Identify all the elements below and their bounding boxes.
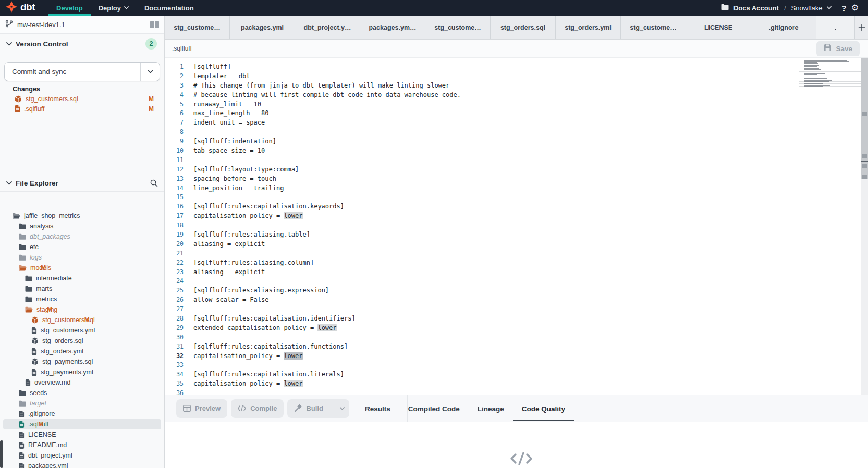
- tree-item-stg-customers-yml[interactable]: stg_customers.yml: [0, 325, 164, 336]
- preview-button[interactable]: Preview: [176, 399, 227, 418]
- code-line[interactable]: 24: [165, 276, 868, 286]
- tree-item--sqlfluff[interactable]: .sqlfluffM: [0, 419, 164, 429]
- code-line[interactable]: 17capitalisation_policy = lower: [165, 211, 868, 220]
- file-tab[interactable]: stg_custome…: [165, 16, 230, 39]
- tab-code-quality[interactable]: Code Quality: [522, 395, 565, 422]
- change-item[interactable]: stg_customers.sqlM: [0, 94, 164, 104]
- tab-compiled-code[interactable]: Compiled Code: [408, 395, 460, 422]
- tree-item-overview-md[interactable]: overview.md: [0, 377, 164, 388]
- file-tab[interactable]: LICENSE: [686, 16, 751, 39]
- file-tab[interactable]: stg_custome…: [425, 16, 491, 39]
- code-line[interactable]: 27: [165, 304, 868, 314]
- connection-selector[interactable]: Snowflake: [791, 4, 823, 12]
- tree-item-intermediate[interactable]: intermediate: [0, 273, 164, 284]
- file-explorer-header[interactable]: File Explorer: [0, 175, 164, 192]
- code-line[interactable]: 10tab_space_size = 10: [165, 146, 868, 155]
- editor-scrollbar[interactable]: [861, 58, 868, 395]
- code-line[interactable]: 4# because linting will first compile db…: [165, 90, 868, 100]
- code-line[interactable]: 23aliasing = explicit: [165, 267, 868, 277]
- file-tab[interactable]: packages.yml: [230, 16, 295, 39]
- sidebar-scrollbar-thumb[interactable]: [0, 440, 3, 468]
- code-line[interactable]: 11: [165, 155, 868, 165]
- build-options-chevron[interactable]: [334, 399, 345, 418]
- help-icon[interactable]: ?: [841, 4, 846, 13]
- code-line[interactable]: 3# This change (from jinja to dbt templa…: [165, 81, 868, 90]
- code-line[interactable]: 9[sqlfluff:indentation]: [165, 137, 868, 146]
- tree-item-packages-yml[interactable]: packages.yml: [0, 461, 164, 468]
- version-control-header[interactable]: Version Control 2: [0, 34, 164, 54]
- nav-item-deploy[interactable]: Deploy: [91, 0, 137, 16]
- account-name[interactable]: Docs Account: [733, 4, 779, 12]
- code-line[interactable]: 5runaway_limit = 10: [165, 100, 868, 109]
- tree-item-dbt-packages[interactable]: dbt_packages: [0, 231, 164, 242]
- code-line[interactable]: 18: [165, 220, 868, 230]
- file-tab[interactable]: dbt_project.y…: [295, 16, 360, 39]
- code-line[interactable]: 12[sqlfluff:layout:type:comma]: [165, 165, 868, 174]
- tree-item-target[interactable]: target: [0, 398, 164, 409]
- file-tab[interactable]: stg_orders.yml: [556, 16, 621, 39]
- change-item[interactable]: .sqlfluffM: [0, 104, 164, 114]
- nav-item-develop[interactable]: Develop: [48, 0, 91, 16]
- file-tab[interactable]: .gitignore: [751, 16, 816, 39]
- code-line[interactable]: 31[sqlfluff:rules:capitalisation.functio…: [165, 342, 868, 351]
- tree-item-analysis[interactable]: analysis: [0, 221, 164, 231]
- commit-and-sync-button[interactable]: Commit and sync: [4, 62, 160, 81]
- file-tab[interactable]: stg_custome…: [621, 16, 686, 39]
- tree-item-seeds[interactable]: seeds: [0, 388, 164, 398]
- code-line[interactable]: 25[sqlfluff:rules:aliasing.expression]: [165, 286, 868, 295]
- chevron-down-icon[interactable]: [827, 6, 832, 9]
- code-line[interactable]: 2templater = dbt: [165, 71, 868, 81]
- code-line[interactable]: 28[sqlfluff:rules:capitalisation.identif…: [165, 314, 868, 323]
- columns-icon[interactable]: [150, 21, 159, 28]
- code-line[interactable]: 35capitalisation_policy = lower: [165, 379, 868, 388]
- dbt-logo[interactable]: dbt: [5, 1, 35, 15]
- code-line[interactable]: 34[sqlfluff:rules:capitalisation.literal…: [165, 370, 868, 379]
- tree-item-staging[interactable]: stagingM: [0, 304, 164, 315]
- search-icon[interactable]: [150, 179, 158, 187]
- tree-item-stg-orders-yml[interactable]: stg_orders.yml: [0, 346, 164, 356]
- tree-item-jaffle-shop-metrics[interactable]: jaffle_shop_metrics: [0, 211, 164, 221]
- code-line[interactable]: 20aliasing = explicit: [165, 239, 868, 249]
- build-button[interactable]: Build: [287, 399, 349, 418]
- code-line[interactable]: 32capitalisation_policy = lower: [165, 351, 753, 361]
- code-line[interactable]: 22[sqlfluff:rules:aliasing.column]: [165, 258, 868, 267]
- tree-item-license[interactable]: LICENSE: [0, 429, 164, 440]
- compile-button[interactable]: Compile: [231, 399, 284, 418]
- save-button[interactable]: Save: [816, 41, 860, 56]
- code-line[interactable]: 29extended_capitalisation_policy = lower: [165, 323, 868, 332]
- tree-item-stg-payments-yml[interactable]: stg_payments.yml: [0, 367, 164, 377]
- editor-minimap[interactable]: [804, 59, 861, 88]
- nav-item-documentation[interactable]: Documentation: [137, 0, 202, 16]
- tree-item-dbt-project-yml[interactable]: dbt_project.yml: [0, 450, 164, 461]
- tree-item--gitignore[interactable]: .gitignore: [0, 409, 164, 419]
- gear-icon[interactable]: ⚙: [851, 4, 859, 12]
- tab-lineage[interactable]: Lineage: [478, 395, 504, 422]
- code-line[interactable]: 19[sqlfluff:rules:aliasing.table]: [165, 230, 868, 239]
- tree-item-models[interactable]: modelsM: [0, 263, 164, 273]
- code-line[interactable]: 1[sqlfluff]: [165, 62, 868, 71]
- code-line[interactable]: 8: [165, 127, 868, 137]
- code-line[interactable]: 14line_position = trailing: [165, 183, 868, 193]
- code-line[interactable]: 33: [165, 361, 868, 370]
- code-editor[interactable]: 1[sqlfluff]2templater = dbt3# This chang…: [165, 58, 868, 395]
- tree-item-stg-payments-sql[interactable]: stg_payments.sql: [0, 356, 164, 367]
- tab-results[interactable]: Results: [365, 395, 390, 422]
- code-line[interactable]: 15: [165, 192, 868, 202]
- code-line[interactable]: 30: [165, 332, 868, 342]
- code-line[interactable]: 16[sqlfluff:rules:capitalisation.keyword…: [165, 202, 868, 211]
- tree-item-readme-md[interactable]: README.md: [0, 440, 164, 450]
- code-line[interactable]: 21: [165, 249, 868, 258]
- tree-item-logs[interactable]: logs: [0, 252, 164, 263]
- tree-item-metrics[interactable]: metrics: [0, 294, 164, 304]
- file-tab[interactable]: stg_orders.sql: [491, 16, 556, 39]
- code-line[interactable]: 26allow_scalar = False: [165, 295, 868, 304]
- code-line[interactable]: 6max_line_length = 80: [165, 108, 868, 118]
- tree-item-etc[interactable]: etc: [0, 242, 164, 252]
- code-line[interactable]: 36: [165, 388, 868, 395]
- code-line[interactable]: 13spacing_before = touch: [165, 174, 868, 183]
- tree-item-stg-orders-sql[interactable]: stg_orders.sql: [0, 336, 164, 346]
- code-line[interactable]: 7indent_unit = space: [165, 118, 868, 127]
- tree-item-stg-customers-sql[interactable]: stg_customers.sqlM: [0, 315, 164, 325]
- file-tab[interactable]: packages.ym…: [360, 16, 425, 39]
- overflow-tab[interactable]: .: [816, 16, 855, 39]
